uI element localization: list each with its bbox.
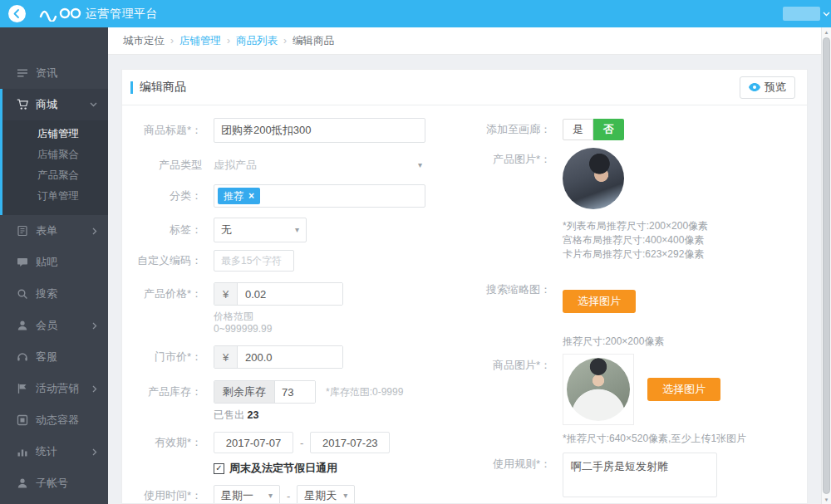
sidebar-item-tieba[interactable]: 贴吧	[0, 247, 108, 278]
gallery-no-button[interactable]: 否	[593, 119, 624, 140]
breadcrumb-separator: ›	[170, 35, 174, 46]
use-rule-label: 使用规则*：	[479, 453, 563, 476]
user-menu[interactable]	[783, 7, 830, 21]
price-range-hint: 价格范围 0~999999.99	[214, 311, 479, 335]
sidebar-item-label: 商城	[36, 97, 57, 112]
stock-label: 产品库存：	[122, 380, 214, 404]
store-price-input-group: ¥	[214, 345, 343, 369]
custom-code-label: 自定义编码：	[122, 249, 214, 272]
breadcrumb-link-product-list[interactable]: 商品列表	[236, 34, 278, 48]
sidebar-item-subaccount[interactable]: 子帐号	[0, 467, 108, 499]
flag-icon	[17, 383, 30, 394]
cart-icon	[17, 99, 30, 110]
breadcrumb-item-current: 编辑商品	[293, 34, 334, 48]
use-time-separator: -	[287, 490, 290, 502]
sidebar-item-news[interactable]: 资讯	[0, 57, 108, 89]
validity-label: 有效期*：	[122, 431, 214, 454]
sidebar-submenu: 店铺管理 店铺聚合 产品聚合 订单管理	[2, 120, 108, 215]
sidebar-subitem-product-aggregate[interactable]: 产品聚合	[2, 165, 108, 186]
product-image-hints: *列表布局推荐尺寸:200×200像素 宫格布局推荐尺寸:400×400像素 卡…	[563, 219, 708, 262]
sidebar-item-members[interactable]: 会员	[0, 310, 108, 341]
product-type-value: 虚拟产品	[214, 158, 257, 173]
news-icon	[17, 67, 30, 79]
caret-down-icon: ▾	[268, 492, 273, 500]
chat-icon	[17, 257, 30, 268]
scrollbar-thumb[interactable]	[823, 37, 830, 494]
price-input[interactable]	[238, 283, 342, 305]
breadcrumb-link-store-manage[interactable]: 店铺管理	[179, 34, 221, 48]
use-time-end-value: 星期天	[304, 488, 337, 503]
use-rule-textarea[interactable]: 啊二手房是短发射雕	[563, 453, 717, 497]
sidebar-subitem-store-manage[interactable]: 店铺管理	[2, 124, 108, 144]
stock-input[interactable]	[275, 381, 315, 403]
use-time-end-select[interactable]: 星期天 ▾	[297, 485, 355, 504]
search-thumb-label: 搜索缩略图：	[479, 278, 563, 301]
sidebar-item-label: 客服	[36, 350, 57, 365]
price-input-group: ¥	[214, 282, 343, 306]
chevron-right-icon	[92, 385, 97, 393]
product-title-label: 商品标题*：	[122, 119, 214, 142]
validity-end-input[interactable]	[310, 432, 390, 453]
app-logo[interactable]: 运营管理平台	[39, 7, 158, 22]
use-time-start-value: 星期一	[221, 488, 253, 503]
form-right-column: 添加至画廊： 是 否 产品图片*： *列表布局推荐尺寸:200×20	[479, 118, 807, 504]
stock-prefix: 剩余库存	[214, 381, 275, 403]
sidebar-section-mall: 商城 店铺管理 店铺聚合 产品聚合 订单管理	[0, 89, 108, 215]
breadcrumb-separator: ›	[227, 35, 230, 46]
goods-image-select-button[interactable]: 选择图片	[647, 378, 720, 401]
caret-down-icon: ▾	[295, 226, 299, 234]
product-type-select[interactable]: 虚拟产品 ▾	[214, 153, 425, 178]
scrollbar-up-arrow[interactable]: ▲	[822, 27, 831, 37]
goods-image[interactable]	[567, 358, 630, 421]
sidebar-item-service[interactable]: 客服	[0, 341, 108, 373]
search-thumb-hint: 推荐尺寸:200×200像素	[563, 335, 664, 349]
holiday-checkbox-row: ✓ 周末及法定节假日通用	[214, 461, 479, 476]
chevron-right-icon	[92, 448, 97, 456]
price-label: 产品价格*：	[122, 282, 214, 306]
sidebar-item-search[interactable]: 搜索	[0, 278, 108, 310]
goods-image-frame	[563, 354, 634, 425]
page-scrollbar[interactable]: ▲ ▼	[821, 27, 831, 504]
main-content: 城市定位 › 店铺管理 › 商品列表 › 编辑商品 编辑商品 预览 商品标题*：	[108, 27, 821, 504]
custom-code-input[interactable]	[214, 250, 294, 272]
scrollbar-down-arrow[interactable]: ▼	[822, 495, 831, 504]
tag-select[interactable]: 无 ▾	[214, 218, 307, 242]
edit-product-panel: 编辑商品 预览 商品标题*： 产品类型	[121, 69, 808, 504]
sidebar-item-mall[interactable]: 商城	[2, 89, 108, 120]
holiday-checkbox[interactable]: ✓	[214, 463, 224, 474]
store-price-label: 门市价*：	[122, 345, 214, 369]
sidebar-item-forms[interactable]: 表单	[0, 215, 108, 247]
sidebar-item-label: 表单	[36, 223, 57, 238]
category-tag-input[interactable]: 推荐 ×	[214, 184, 425, 208]
stock-input-group: 剩余库存	[214, 380, 316, 404]
preview-button-label: 预览	[765, 80, 786, 95]
sidebar-item-container[interactable]: 动态容器	[0, 404, 108, 436]
arrow-left-icon	[12, 8, 22, 19]
currency-symbol: ¥	[214, 283, 238, 305]
validity-start-input[interactable]	[214, 432, 293, 453]
sidebar-subitem-order-manage[interactable]: 订单管理	[2, 186, 108, 207]
product-image[interactable]	[563, 148, 624, 209]
search-thumb-select-button[interactable]: 选择图片	[563, 290, 636, 313]
gallery-toggle: 是 否	[563, 119, 624, 140]
tag-close-icon[interactable]: ×	[248, 190, 254, 202]
top-header: 运营管理平台	[0, 0, 831, 27]
back-button[interactable]	[8, 5, 26, 22]
member-icon	[17, 320, 30, 331]
store-price-input[interactable]	[238, 346, 342, 368]
sidebar-item-stats[interactable]: 统计	[0, 436, 108, 467]
caret-down-icon: ▾	[343, 492, 347, 500]
product-title-input[interactable]	[214, 118, 425, 143]
sidebar-item-marketing[interactable]: 活动营销	[0, 373, 108, 404]
gallery-yes-button[interactable]: 是	[563, 119, 593, 140]
sidebar-subitem-store-aggregate[interactable]: 店铺聚合	[2, 144, 108, 165]
container-icon	[17, 414, 30, 426]
tag-select-value: 无	[221, 223, 232, 237]
tag-label: 标签：	[122, 218, 214, 242]
subaccount-icon	[17, 477, 30, 489]
product-image-label: 产品图片*：	[479, 148, 563, 171]
holiday-checkbox-label: 周末及法定节假日通用	[229, 461, 337, 476]
preview-button[interactable]: 预览	[740, 76, 795, 99]
sidebar-item-label: 子帐号	[36, 476, 68, 491]
use-time-start-select[interactable]: 星期一 ▾	[214, 485, 280, 504]
